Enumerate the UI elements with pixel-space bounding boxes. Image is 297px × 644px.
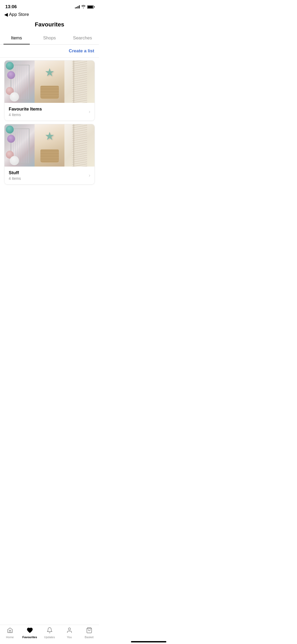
status-icons [75, 5, 94, 9]
card-image-scarf-2 [64, 124, 95, 167]
battery-icon [87, 5, 94, 9]
status-bar: 13:06 [0, 0, 99, 12]
back-label: App Store [9, 12, 29, 17]
card-info-favourite: Favourite Items 4 Items › [4, 103, 95, 121]
card-title-favourite: Favourite Items [9, 107, 89, 112]
card-image-loom-2 [4, 124, 35, 167]
cards-container: ★ Favourite Items 4 Items › [0, 60, 99, 185]
wifi-icon [81, 5, 86, 9]
main-content: Favourites Items Shops Searches Create a… [0, 19, 99, 208]
tab-searches[interactable]: Searches [66, 32, 99, 44]
card-image-loom-1 [4, 61, 35, 103]
card-chevron-stuff: › [89, 173, 90, 178]
back-nav[interactable]: ◀ App Store [0, 12, 99, 19]
status-time: 13:06 [5, 4, 17, 10]
tab-shops[interactable]: Shops [33, 32, 66, 44]
card-chevron-favourite: › [89, 109, 90, 114]
create-list-row: Create a list [0, 45, 99, 57]
card-text-favourite: Favourite Items 4 Items [9, 107, 89, 117]
create-list-button[interactable]: Create a list [69, 48, 94, 54]
card-images-stuff: ★ [4, 124, 95, 167]
list-card-stuff[interactable]: ★ Stuff 4 Items › [4, 124, 95, 185]
card-image-scarf-1 [64, 61, 95, 103]
tab-bar: Items Shops Searches [0, 32, 99, 45]
card-text-stuff: Stuff 4 Items [9, 170, 89, 181]
card-image-basket-2: ★ [35, 124, 65, 167]
card-title-stuff: Stuff [9, 170, 89, 176]
back-arrow-icon: ◀ [4, 12, 8, 17]
card-image-basket-1: ★ [35, 61, 65, 103]
divider [0, 57, 99, 58]
signal-icon [75, 5, 80, 8]
page-title: Favourites [0, 19, 99, 32]
card-info-stuff: Stuff 4 Items › [4, 167, 95, 184]
card-subtitle-stuff: 4 Items [9, 176, 89, 181]
list-card-favourite-items[interactable]: ★ Favourite Items 4 Items › [4, 60, 95, 121]
card-images-favourite: ★ [4, 61, 95, 103]
card-subtitle-favourite: 4 Items [9, 113, 89, 117]
tab-items[interactable]: Items [0, 32, 33, 44]
